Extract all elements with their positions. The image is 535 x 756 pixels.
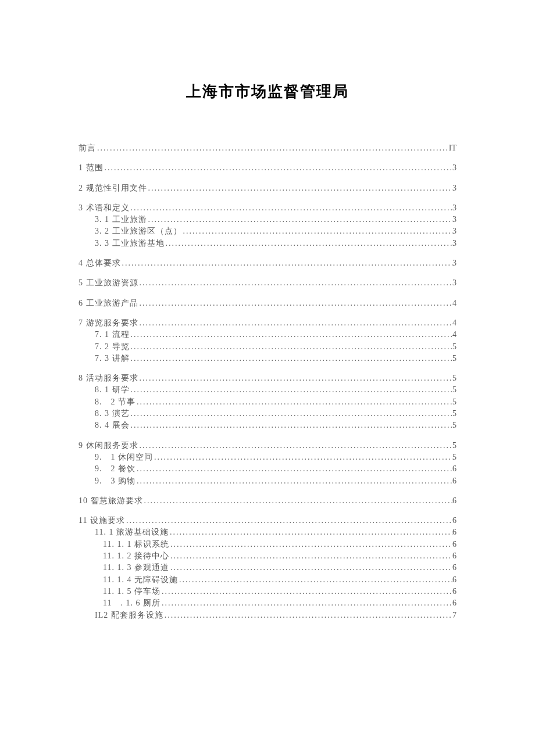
toc-leader-dots (165, 238, 453, 249)
toc-leader-dots (130, 420, 453, 431)
toc-label: 3 术语和定义 (79, 202, 130, 214)
toc-entry: 11. 1. 2 接待中心 6 (79, 550, 456, 562)
toc-entry: IL2 配套服务设施 7 (79, 610, 456, 621)
toc-entry: 3. 2 工业旅游区（点） 3 (79, 225, 456, 237)
toc-entry: 5 工业旅游资源 3 (79, 277, 456, 289)
toc-entry: 8. 3 演艺 5 (79, 408, 456, 420)
toc-page-number: 6 (452, 495, 456, 507)
toc-page-number: 6 (452, 562, 456, 574)
toc-label: 11. 1. 1 标识系统 (103, 539, 169, 550)
toc-entry: 3 术语和定义 3 (79, 202, 456, 214)
toc-leader-dots (160, 597, 452, 609)
toc-entry: 7. 2 导览 5 (79, 341, 456, 353)
toc-label: 11. 1. 4 无障碍设施 (103, 574, 178, 586)
toc-label: 11. 1. 5 停车场 (103, 586, 160, 597)
toc-label: 2 规范性引用文件 (79, 182, 147, 194)
toc-label: 6 工业旅游产品 (79, 298, 138, 309)
toc-page-number: 6 (452, 586, 456, 597)
toc-page-number: 4 (452, 329, 456, 341)
toc-entry: 6 工业旅游产品 4 (79, 298, 456, 309)
toc-page-number: 4 (452, 298, 456, 309)
toc-label: 7 游览服务要求 (79, 317, 138, 329)
toc-entry: 8 活动服务要求 5 (79, 372, 456, 384)
toc-label: 7. 2 导览 (95, 341, 130, 353)
toc-page-number: 3 (452, 182, 456, 194)
toc-page-number: 3 (452, 162, 456, 174)
toc-leader-dots (121, 257, 453, 269)
toc-entry: 7. 1 流程 4 (79, 329, 456, 341)
toc-leader-dots (135, 475, 452, 487)
toc-page-number: 5 (452, 420, 456, 431)
toc-page-number: 5 (452, 384, 456, 396)
toc-entry: 9. 3 购物 6 (79, 475, 456, 487)
toc-page-number: 3 (452, 277, 456, 289)
toc-page-number: IT (449, 142, 456, 154)
toc-page-number: 3 (452, 225, 456, 237)
toc-page-number: 3 (452, 214, 456, 225)
toc-entry: 9. 1 休闲空间 5 (79, 452, 456, 463)
toc-leader-dots (130, 341, 453, 353)
toc-entry: 9. 2 餐饮 6 (79, 463, 456, 475)
toc-page-number: 7 (452, 610, 456, 621)
toc-page-number: 6 (452, 574, 456, 586)
toc-leader-dots (147, 214, 453, 225)
toc-entry: 4 总体要求 3 (79, 257, 456, 269)
toc-label: 4 总体要求 (79, 257, 121, 269)
toc-leader-dots (169, 562, 452, 574)
toc-entry: 9 休闲服务要求 5 (79, 440, 456, 452)
toc-label: 7. 3 讲解 (95, 353, 130, 364)
toc-label: 9. 2 餐饮 (95, 463, 135, 475)
toc-entry: 11. 1. 5 停车场 6 (79, 586, 456, 597)
toc-label: IL2 配套服务设施 (95, 610, 163, 621)
toc-label: 9 休闲服务要求 (79, 440, 138, 452)
toc-leader-dots (130, 384, 453, 396)
toc-label: 11 . 1. 6 厕所 (103, 597, 160, 609)
toc-entry: 3. 3 工业旅游基地 3 (79, 238, 456, 249)
toc-leader-dots (169, 550, 452, 562)
toc-label: 7. 1 流程 (95, 329, 130, 341)
toc-leader-dots (138, 440, 453, 452)
toc-label: 11. 1. 2 接待中心 (103, 550, 169, 562)
toc-leader-dots (169, 526, 452, 538)
toc-leader-dots (178, 574, 452, 586)
toc-label: 11 设施要求 (79, 515, 125, 526)
toc-leader-dots (125, 515, 452, 526)
toc-entry: 3. 1 工业旅游 3 (79, 214, 456, 225)
toc-label: 8. 1 研学 (95, 384, 130, 396)
toc-entry: 11. 1. 1 标识系统 6 (79, 539, 456, 550)
toc-label: 8. 3 演艺 (95, 408, 130, 420)
toc-leader-dots (182, 225, 453, 237)
toc-page-number: 6 (452, 475, 456, 487)
toc-leader-dots (143, 495, 453, 507)
toc-page-number: 5 (452, 396, 456, 408)
toc-leader-dots (138, 372, 453, 384)
toc-label: 8. 2 节事 (95, 396, 135, 408)
toc-entry: 前言 IT (79, 142, 456, 154)
toc-label: 9. 3 购物 (95, 475, 135, 487)
toc-entry: 11 设施要求 6 (79, 515, 456, 526)
toc-entry: 8. 1 研学 5 (79, 384, 456, 396)
toc-page-number: 6 (452, 526, 456, 538)
toc-label: 10 智慧旅游要求 (79, 495, 143, 507)
toc-entry: 11. 1 旅游基础设施 6 (79, 526, 456, 538)
toc-page-number: 5 (452, 440, 456, 452)
toc-page-number: 3 (452, 202, 456, 214)
toc-label: 8. 4 展会 (95, 420, 130, 431)
toc-page-number: 6 (452, 463, 456, 475)
toc-page-number: 6 (452, 597, 456, 609)
toc-leader-dots (153, 452, 452, 463)
toc-leader-dots (135, 463, 452, 475)
toc-page-number: 6 (452, 515, 456, 526)
toc-leader-dots (138, 298, 453, 309)
toc-label: 3. 3 工业旅游基地 (95, 238, 165, 249)
toc-entry: 7 游览服务要求 4 (79, 317, 456, 329)
toc-leader-dots (160, 586, 452, 597)
toc-leader-dots (96, 142, 449, 154)
toc-label: 3. 1 工业旅游 (95, 214, 147, 225)
toc-leader-dots (130, 408, 453, 420)
toc-label: 8 活动服务要求 (79, 372, 138, 384)
toc-leader-dots (130, 329, 453, 341)
toc-page-number: 5 (452, 341, 456, 353)
page-title: 上海市市场监督管理局 (79, 81, 456, 102)
toc-label: 1 范围 (79, 162, 104, 174)
